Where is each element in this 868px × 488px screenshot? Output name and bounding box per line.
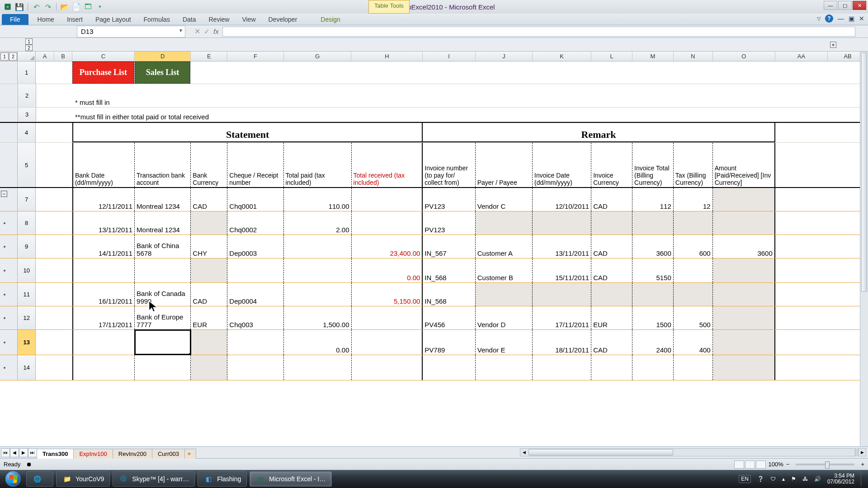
sheet-tab[interactable]: ExpInv100 [73,449,113,459]
tray-network-icon[interactable]: 🖧 [802,476,808,482]
taskbar-item[interactable]: ⓈSkype™ [4] - warr… [113,471,195,487]
qat-dropdown-icon[interactable]: ▼ [95,2,105,12]
tray-volume-icon[interactable]: 🔊 [814,476,821,482]
sheet-tab[interactable]: Curr003 [152,449,185,459]
tab-developer[interactable]: Developer [262,14,304,25]
tray-up-icon[interactable]: ▴ [782,476,785,482]
maximize-button[interactable]: ▢ [838,1,852,10]
outline-col-level-1[interactable]: 1 [25,38,33,45]
outline-row-level-1[interactable]: 1 [0,52,9,61]
row-header-5[interactable]: 5 [18,143,35,187]
fx-icon[interactable]: fx [213,28,219,35]
purchase-list-button[interactable]: Purchase List [72,61,135,84]
outline-row-level-2[interactable]: 2 [9,52,17,61]
col-header-I[interactable]: I [423,52,475,61]
row-header-7[interactable]: 7 [18,188,35,211]
sheet-nav-first-icon[interactable]: ⏮ [1,448,10,457]
note-2[interactable]: **must fill in either total paid or tota… [73,108,790,122]
col-header-M[interactable]: M [632,52,674,61]
macro-record-icon[interactable]: ⏺ [26,461,32,468]
new-sheet-icon[interactable]: ✦ [184,449,196,459]
cell[interactable]: Vendor C [476,188,533,211]
cell[interactable]: CAD [191,188,227,211]
cell[interactable]: 12/11/2011 [72,188,135,211]
system-clock[interactable]: 3:54 PM 07/06/2012 [827,473,854,485]
col-header-G[interactable]: G [284,52,352,61]
header-invoice-number[interactable]: Invoice number (to pay for/ collect from… [423,143,475,187]
sheet-nav-next-icon[interactable]: ▶ [19,448,28,457]
horizontal-scrollbar[interactable]: ◀ ▶ [520,448,866,456]
col-header-L[interactable]: L [591,52,632,61]
tab-page-layout[interactable]: Page Layout [89,14,137,25]
cell[interactable]: CAD [591,188,632,211]
header-invoice-total[interactable]: Invoice Total (Billing Currency) [632,143,674,187]
tab-file[interactable]: File [2,14,28,25]
header-bank-date[interactable]: Bank Date (dd/mm/yyyy) [72,143,135,187]
cell[interactable]: 12 [674,188,713,211]
row-header-3[interactable]: 3 [18,108,36,122]
tray-help-icon[interactable]: ❔ [757,476,764,482]
outline-expand-icon[interactable]: + [830,42,836,48]
cell[interactable]: PV123 [423,188,475,211]
row-header-14[interactable]: 14 [18,355,35,380]
tab-view[interactable]: View [236,14,262,25]
spreadsheet-grid[interactable]: 1 2 A B C D E F G H I J K L M N O AA AB … [0,52,868,446]
enter-formula-icon[interactable]: ✓ [204,27,210,36]
tab-formulas[interactable]: Formulas [137,14,176,25]
workbook-minimize-icon[interactable]: — [838,15,844,22]
header-payer-payee[interactable]: Payer / Payee [476,143,533,187]
open-icon[interactable]: 📂 [60,2,70,12]
row-header-12[interactable]: 12 [18,306,35,329]
outline-collapse-icon[interactable]: − [1,191,7,197]
scrollbar-thumb[interactable] [528,449,673,455]
start-button[interactable] [3,470,24,488]
save-icon[interactable]: 💾 [14,2,24,12]
tab-design[interactable]: Design [314,14,347,25]
cell[interactable]: 112 [632,188,674,211]
row-header-2[interactable]: 2 [18,84,36,107]
header-total-paid[interactable]: Total paid (tax included) [284,143,352,187]
minimize-button[interactable]: — [824,1,837,10]
zoom-level[interactable]: 100% [769,461,783,468]
row-header-13[interactable]: 13 [18,330,35,355]
col-header-O[interactable]: O [713,52,775,61]
cancel-formula-icon[interactable]: ✕ [194,27,200,36]
cell[interactable] [36,61,55,84]
cell[interactable]: 12/10/2011 [533,188,591,211]
new-icon[interactable]: 📄 [71,2,81,12]
language-indicator[interactable]: EN [739,475,751,483]
note-1[interactable]: * must fill in [73,84,790,107]
header-tax[interactable]: Tax (Billing Currency) [674,143,713,187]
zoom-in-icon[interactable]: + [861,461,864,468]
view-normal-icon[interactable] [734,460,744,469]
sheet-nav-last-icon[interactable]: ⏭ [28,448,37,457]
tab-home[interactable]: Home [31,14,61,25]
outline-col-level-2[interactable]: 2 [25,45,33,51]
header-bank-currency[interactable]: Bank Currency [191,143,227,187]
col-header-F[interactable]: F [227,52,283,61]
col-header-H[interactable]: H [351,52,423,61]
header-invoice-currency[interactable]: Invoice Currency [591,143,632,187]
header-trans-account[interactable]: Transaction bank account [135,143,191,187]
taskbar-item[interactable]: 📁YourCoV9 [56,471,110,487]
sheet-tab[interactable]: RevInv200 [113,449,152,459]
close-button[interactable]: ✕ [853,1,866,10]
row-header-9[interactable]: 9 [18,235,35,258]
row-header-11[interactable]: 11 [18,283,35,306]
cell[interactable]: 110.00 [284,188,352,211]
taskbar-ie[interactable]: 🌐 [26,471,53,487]
selected-cell[interactable] [135,330,191,355]
header-amount[interactable]: Amount [Paid/Received] [Inv Currency] [713,143,775,187]
tab-data[interactable]: Data [176,14,203,25]
row-header-4[interactable]: 4 [18,123,35,142]
col-header-N[interactable]: N [674,52,713,61]
workbook-restore-icon[interactable]: ▣ [849,15,854,22]
help-icon[interactable]: ? [825,14,833,23]
cell[interactable] [54,61,72,84]
print-preview-icon[interactable]: 🗔 [83,2,93,12]
sheet-tab-active[interactable]: Trans300 [37,449,74,459]
vertical-scrollbar[interactable] [860,52,868,446]
row-header-1[interactable]: 1 [18,61,35,84]
col-header-A[interactable]: A [36,52,54,61]
workbook-close-icon[interactable]: ✕ [859,15,864,22]
